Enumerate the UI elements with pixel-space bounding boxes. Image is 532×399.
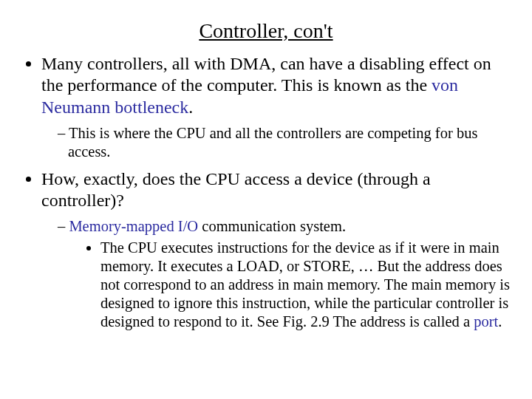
sub-bullet-item: This is where the CPU and all the contro… bbox=[58, 124, 510, 161]
text: . bbox=[498, 313, 502, 330]
text: The CPU executes instructions for the de… bbox=[100, 239, 510, 330]
text: communication system. bbox=[198, 218, 346, 234]
text: How, exactly, does the CPU access a devi… bbox=[41, 169, 431, 210]
sub-sub-bullet-item: The CPU executes instructions for the de… bbox=[100, 239, 510, 331]
bullet-list-level2: Memory-mapped I/O communication system. … bbox=[41, 217, 510, 331]
bullet-list-level1: Many controllers, all with DMA, can have… bbox=[22, 53, 510, 331]
bullet-item: Many controllers, all with DMA, can have… bbox=[41, 53, 510, 161]
bullet-item: How, exactly, does the CPU access a devi… bbox=[41, 168, 510, 332]
bullet-list-level2: This is where the CPU and all the contro… bbox=[41, 124, 510, 161]
bullet-list-level3: The CPU executes instructions for the de… bbox=[68, 239, 510, 331]
text: . bbox=[188, 98, 193, 117]
text: This is where the CPU and all the contro… bbox=[68, 125, 477, 160]
text: Many controllers, all with DMA, can have… bbox=[41, 54, 491, 95]
term-port: port bbox=[474, 313, 498, 330]
slide-title: Controller, con't bbox=[22, 19, 510, 43]
term-memory-mapped-io: Memory-mapped I/O bbox=[69, 218, 198, 234]
sub-bullet-item: Memory-mapped I/O communication system. … bbox=[58, 217, 510, 331]
